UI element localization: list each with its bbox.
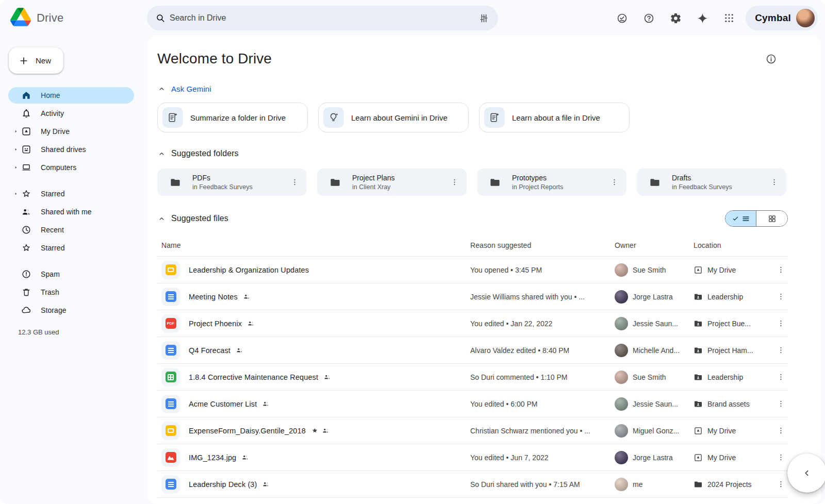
sidebar-item-my-drive[interactable]: My Drive — [8, 123, 134, 140]
folder-menu-button[interactable] — [765, 173, 783, 192]
search-input[interactable] — [166, 13, 473, 23]
sidebar-item-computers[interactable]: Computers — [8, 159, 134, 176]
owner-name: Jorge Lastra — [633, 453, 673, 462]
folder-name: Prototypes — [512, 173, 605, 182]
new-button-label: New — [36, 56, 51, 65]
ask-gemini-toggle[interactable]: Ask Gemini — [157, 85, 788, 93]
folder-menu-button[interactable] — [445, 173, 464, 192]
drive-brand[interactable]: Drive — [10, 8, 147, 28]
arrow-right-icon — [13, 191, 19, 196]
computer-icon — [21, 162, 31, 173]
clock-icon — [21, 225, 31, 235]
sidebar-item-home[interactable]: Home — [8, 87, 134, 104]
sidebar-item-activity[interactable]: Activity — [8, 105, 134, 122]
file-menu-button[interactable] — [771, 288, 790, 306]
people-icon — [243, 293, 251, 300]
search-options-button[interactable] — [473, 8, 494, 28]
list-view-button[interactable] — [725, 211, 756, 226]
sidebar-item-label: Computers — [41, 163, 76, 172]
folder-name: Drafts — [672, 173, 765, 182]
sidebar-item-shared-with-me[interactable]: Shared with me — [8, 204, 134, 220]
gemini-suggestion-label: Learn about a file in Drive — [512, 113, 600, 122]
folder-location: in Feedback Surveys — [192, 183, 285, 191]
file-row-acme-customer-list[interactable]: Acme Customer ListYou edited • 6:00 PMJe… — [157, 391, 788, 417]
owner-avatar — [615, 424, 628, 438]
file-menu-button[interactable] — [771, 368, 790, 387]
expand-arrow[interactable] — [11, 129, 20, 134]
folder-menu-button[interactable] — [605, 173, 623, 192]
reason-suggested: So Duri shared with you • 7:15 AM — [470, 480, 580, 489]
file-row-project-phoenix[interactable]: PDFProject PhoenixYou edited • Jan 22, 2… — [157, 310, 788, 337]
bulb-spark-icon — [328, 112, 339, 123]
offline-status-button[interactable] — [610, 7, 633, 29]
help-button[interactable] — [637, 7, 660, 29]
kebab-icon — [777, 453, 785, 462]
file-name: ExpenseForm_Daisy.Gentile_2018 — [189, 427, 306, 435]
sidebar-item-starred[interactable]: Starred — [8, 186, 134, 202]
sidebar-group: SpamTrashStorage — [0, 266, 147, 318]
expand-arrow[interactable] — [11, 147, 20, 152]
file-row-leadership-organization-updates[interactable]: Leadership & Organization UpdatesYou ope… — [157, 257, 788, 283]
expand-arrow[interactable] — [11, 165, 20, 170]
shared-folder-icon — [694, 319, 703, 328]
file-row-expenseform-daisy-gentile-2018[interactable]: ExpenseForm_Daisy.Gentile_2018Christian … — [157, 417, 788, 444]
folder-card-prototypes[interactable]: Prototypesin Project Reports — [477, 169, 626, 196]
folder-card-drafts[interactable]: Draftsin Feedback Surveys — [637, 169, 786, 196]
settings-button[interactable] — [664, 7, 687, 29]
folder-menu-button[interactable] — [285, 173, 304, 192]
search-bar[interactable] — [147, 6, 498, 30]
info-button[interactable] — [765, 47, 788, 70]
file-row-1-8-4-corrective-maintenance-request[interactable]: 1.8.4 Corrective Maintenance RequestSo D… — [157, 364, 788, 391]
star-icon — [21, 189, 31, 199]
sidebar-item-shared-drives[interactable]: Shared drives — [8, 141, 134, 158]
account-avatar[interactable] — [796, 9, 815, 27]
star-filled-icon — [311, 427, 319, 434]
tune-icon — [478, 13, 489, 24]
mydrive-loc-icon — [694, 426, 703, 435]
file-menu-button[interactable] — [771, 422, 790, 440]
sidebar-item-trash[interactable]: Trash — [8, 284, 134, 300]
suggested-files-toggle[interactable]: Suggested files — [157, 214, 228, 223]
file-menu-button[interactable] — [771, 261, 790, 279]
file-menu-button[interactable] — [771, 341, 790, 360]
suggested-folders-toggle[interactable]: Suggested folders — [157, 149, 788, 158]
gemini-suggestion-learn-about-a-file-in-drive[interactable]: Learn about a file in Drive — [479, 103, 630, 132]
owner-name: Michelle And... — [633, 346, 680, 355]
apps-grid-button[interactable] — [718, 7, 740, 29]
gemini-button[interactable] — [691, 7, 714, 29]
folder-icon — [649, 177, 661, 188]
info-icon — [765, 53, 777, 65]
folder-card-project-plans[interactable]: Project Plansin Client Xray — [317, 169, 467, 196]
file-row-meeting-notes[interactable]: Meeting NotesJessie Williams shared with… — [157, 283, 788, 310]
people-icon — [236, 346, 243, 354]
gemini-suggestion-learn-about-gemini-in-drive[interactable]: Learn about Gemini in Drive — [318, 103, 469, 132]
file-type-docs-icon — [161, 341, 180, 360]
spark-icon — [697, 12, 708, 24]
gemini-suggestions: Summarize a folder in DriveLearn about G… — [157, 103, 788, 132]
gemini-suggestion-summarize-a-folder-in-drive[interactable]: Summarize a folder in Drive — [157, 103, 308, 132]
new-button[interactable]: New — [9, 47, 63, 74]
expand-arrow[interactable] — [11, 191, 20, 196]
file-row-img-1234-jpg[interactable]: IMG_1234.jpgYou edited • Jun 7, 2022Jorg… — [157, 444, 788, 471]
file-menu-button[interactable] — [771, 314, 790, 333]
file-menu-button[interactable] — [771, 448, 790, 467]
grid-view-button[interactable] — [756, 211, 787, 226]
sidebar-item-spam[interactable]: Spam — [8, 266, 134, 282]
people-icon — [21, 207, 31, 217]
account-pill: Cymbal — [746, 6, 818, 30]
file-menu-button[interactable] — [771, 475, 790, 494]
people-icon — [322, 427, 329, 434]
folder-card-pdfs[interactable]: PDFsin Feedback Surveys — [157, 169, 307, 196]
suggested-folders-label: Suggested folders — [171, 149, 239, 158]
file-row-q4-forecast[interactable]: Q4 ForecastAlvaro Valdez edited • 8:40 P… — [157, 337, 788, 364]
sidebar-item-storage[interactable]: Storage — [8, 302, 134, 318]
file-menu-button[interactable] — [771, 395, 790, 413]
storage-used-label: 12.3 GB used — [18, 328, 147, 336]
reason-suggested: Alvaro Valdez edited • 8:40 PM — [470, 346, 569, 355]
file-row-leadership-deck-3[interactable]: Leadership Deck (3)So Duri shared with y… — [157, 471, 788, 498]
sidebar-item-starred[interactable]: Starred — [8, 240, 134, 256]
sidebar-item-recent[interactable]: Recent — [8, 222, 134, 238]
side-panel-collapse-button[interactable] — [787, 453, 825, 493]
suggestion-icon-tile — [484, 107, 505, 128]
reason-suggested: Jessie Williams shared with you • ... — [470, 293, 585, 301]
